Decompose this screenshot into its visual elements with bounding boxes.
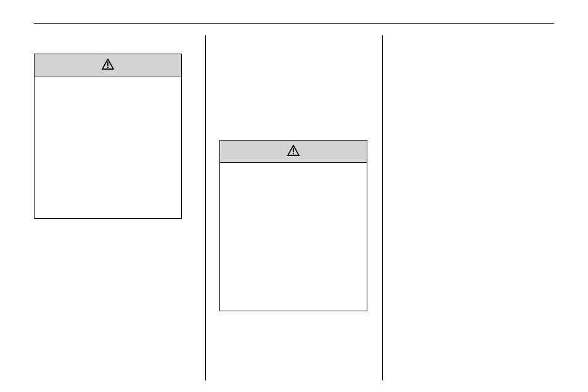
column-2: [211, 35, 377, 380]
column-1: [34, 35, 200, 380]
column-3: [388, 35, 554, 380]
column-divider: [205, 35, 206, 380]
svg-point-5: [293, 153, 294, 154]
warning-box: [34, 54, 182, 219]
warning-box-body: [220, 163, 367, 311]
warning-triangle-icon: [287, 145, 300, 158]
warning-box: [219, 140, 367, 311]
column-divider: [382, 35, 383, 380]
header-rule: [34, 23, 554, 24]
warning-box-body: [35, 76, 181, 218]
warning-box-header: [35, 54, 181, 76]
svg-point-2: [107, 67, 108, 68]
warning-box-header: [220, 141, 367, 163]
document-page: [34, 23, 554, 380]
warning-triangle-icon: [102, 59, 114, 72]
columns-container: [34, 35, 554, 380]
